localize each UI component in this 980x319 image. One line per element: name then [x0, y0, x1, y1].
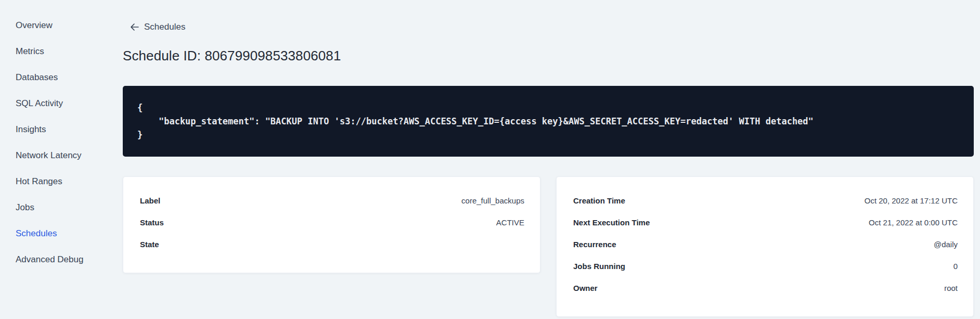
sidebar-item-metrics[interactable]: Metrics — [16, 46, 123, 57]
code-line: "backup_statement": "BACKUP INTO 's3://b… — [137, 114, 959, 128]
sidebar-nav-list: Overview Metrics Databases SQL Activity … — [0, 20, 123, 265]
app-root: Overview Metrics Databases SQL Activity … — [0, 0, 980, 319]
detail-row-recurrence: Recurrence @daily — [573, 233, 958, 255]
arrow-left-icon — [130, 23, 139, 31]
sidebar-item-insights[interactable]: Insights — [16, 124, 123, 135]
detail-cards: Label core_full_backups Status ACTIVE St… — [123, 176, 974, 317]
row-value: 0 — [953, 262, 958, 271]
row-label: Jobs Running — [573, 262, 625, 271]
row-value: Oct 21, 2022 at 0:00 UTC — [869, 218, 958, 227]
main-content: Schedules Schedule ID: 80679909853380608… — [123, 0, 980, 319]
detail-row-creation-time: Creation Time Oct 20, 2022 at 17:12 UTC — [573, 189, 958, 211]
row-label: Label — [140, 196, 160, 205]
row-value: core_full_backups — [461, 196, 524, 205]
detail-row-jobs-running: Jobs Running 0 — [573, 255, 958, 277]
detail-row-next-execution-time: Next Execution Time Oct 21, 2022 at 0:00… — [573, 211, 958, 233]
row-label: Owner — [573, 284, 598, 292]
schedule-timing-card: Creation Time Oct 20, 2022 at 17:12 UTC … — [556, 176, 974, 317]
sidebar-item-overview[interactable]: Overview — [16, 20, 123, 31]
row-value: ACTIVE — [496, 218, 524, 227]
sidebar-item-sql-activity[interactable]: SQL Activity — [16, 98, 123, 109]
row-label: State — [140, 240, 159, 249]
row-value: root — [944, 284, 958, 292]
page-title: Schedule ID: 806799098533806081 — [123, 48, 974, 64]
back-link-schedules[interactable]: Schedules — [123, 22, 185, 32]
row-label: Next Execution Time — [573, 218, 650, 227]
sidebar-item-network-latency[interactable]: Network Latency — [16, 150, 123, 161]
sidebar-item-advanced-debug[interactable]: Advanced Debug — [16, 254, 123, 265]
detail-row-state: State — [140, 233, 524, 255]
sidebar-item-databases[interactable]: Databases — [16, 72, 123, 83]
sidebar-item-jobs[interactable]: Jobs — [16, 202, 123, 213]
row-value: @daily — [934, 240, 958, 249]
detail-row-owner: Owner root — [573, 277, 958, 299]
row-label: Creation Time — [573, 196, 625, 205]
sidebar-item-schedules[interactable]: Schedules — [16, 228, 123, 239]
schedule-statement-code-block: { "backup_statement": "BACKUP INTO 's3:/… — [123, 86, 974, 157]
code-line: } — [137, 128, 959, 142]
sidebar: Overview Metrics Databases SQL Activity … — [0, 0, 123, 319]
code-line: { — [137, 101, 959, 114]
schedule-status-card: Label core_full_backups Status ACTIVE St… — [123, 176, 540, 273]
sidebar-item-hot-ranges[interactable]: Hot Ranges — [16, 176, 123, 187]
row-value: Oct 20, 2022 at 17:12 UTC — [865, 196, 958, 205]
row-label: Status — [140, 218, 164, 227]
row-label: Recurrence — [573, 240, 616, 249]
detail-row-label: Label core_full_backups — [140, 189, 524, 211]
back-link-label: Schedules — [144, 22, 185, 32]
detail-row-status: Status ACTIVE — [140, 211, 524, 233]
